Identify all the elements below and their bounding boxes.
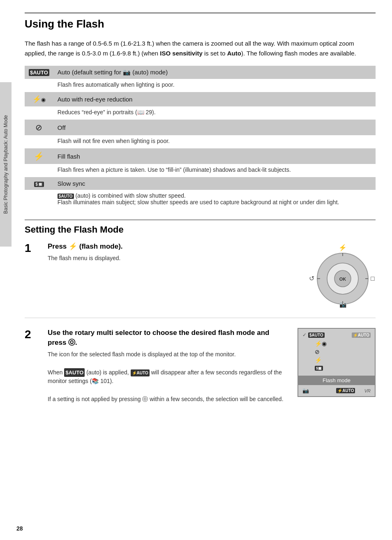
flash-menu-mockup: ✓ $AUTO ⚡AUTO ⚡◉ ⊘ [297, 328, 376, 397]
flash-mode-fill-header: ⚡ Fill flash [25, 148, 376, 164]
slow-flash-label: Slow sync [53, 177, 376, 190]
menu-item-fill: ⚡ [302, 356, 371, 364]
step1-content: Press ⚡ (flash mode). The flash menu is … [48, 242, 285, 265]
step2-title: Use the rotary multi selector to choose … [48, 328, 289, 348]
svg-text:↺: ↺ [309, 275, 314, 282]
step2-image: ✓ $AUTO ⚡AUTO ⚡◉ ⊘ [297, 328, 376, 397]
flash-mode-auto-header: $AUTO Auto (default setting for 📷 (auto)… [25, 66, 376, 79]
step1-image: OK ⚡ 📷 ↺ ☐ [293, 242, 376, 309]
flash-menu-bottom: 📷 ⚡AUTO VR [298, 385, 375, 396]
section2-title: Setting the Flash Mode [25, 219, 376, 235]
menu-item-redeye: ⚡◉ [302, 339, 371, 348]
flash-menu-label: Flash mode [298, 376, 375, 385]
intro-paragraph: The flash has a range of 0.5-6.5 m (1.6-… [25, 39, 376, 58]
flash-mode-off-desc: Flash will not fire even when lighting i… [25, 135, 376, 148]
step1-container: 1 Press ⚡ (flash mode). The flash menu i… [25, 242, 376, 318]
flash-mode-auto-desc: Flash fires automatically when lighting … [25, 79, 376, 92]
step2-number: 2 [25, 329, 39, 340]
sidebar-label: Basic Photography and Playback: Auto Mod… [0, 82, 12, 247]
flash-mode-slow-desc: $AUTO (auto) is combined with slow shutt… [25, 190, 376, 210]
slow-flash-icon: $🔲 [25, 177, 53, 190]
off-flash-desc: Flash will not fire even when lighting i… [53, 135, 376, 148]
svg-text:OK: OK [339, 277, 346, 282]
step1-title: Press ⚡ (flash mode). [48, 242, 285, 252]
fill-flash-desc: Flash fires when a picture is taken. Use… [53, 164, 376, 177]
auto-flash-desc: Flash fires automatically when lighting … [53, 79, 376, 92]
auto-flash-icon: $AUTO [25, 66, 53, 79]
flash-mode-fill-desc: Flash fires when a picture is taken. Use… [25, 164, 376, 177]
redeye-flash-label: Auto with red-eye reduction [53, 92, 376, 106]
svg-text:☐: ☐ [370, 276, 375, 282]
step2-desc3: If a setting is not applied by pressing … [48, 395, 289, 404]
flash-mode-slow-header: $🔲 Slow sync [25, 177, 376, 190]
step1-number: 1 [25, 242, 39, 254]
off-flash-label: Off [53, 120, 376, 135]
fill-flash-icon: ⚡ [25, 148, 53, 164]
page-number: 28 [16, 525, 23, 532]
step2-content: Use the rotary multi selector to choose … [48, 328, 289, 406]
off-flash-icon: ⊘ [25, 120, 53, 135]
menu-item-slow: $▣ [302, 364, 371, 372]
auto-flash-label: Auto (default setting for 📷 (auto) mode) [53, 66, 376, 79]
menu-item-off: ⊘ [302, 348, 371, 356]
flash-mode-redeye-desc: Reduces “red-eye” in portraits (📖 29). [25, 106, 376, 120]
step2-desc2: When $AUTO (auto) is applied, ⚡AUTO will… [48, 368, 289, 386]
camera-dial-svg: OK ⚡ 📷 ↺ ☐ [293, 242, 376, 309]
flash-modes-table: $AUTO Auto (default setting for 📷 (auto)… [25, 66, 376, 210]
fill-flash-label: Fill flash [53, 148, 376, 164]
camera-mode-icon: 📷 [302, 388, 309, 394]
redeye-flash-icon: ⚡◉ [25, 92, 53, 106]
slow-flash-desc: $AUTO (auto) is combined with slow shutt… [53, 190, 376, 210]
step1-desc: The flash menu is displayed. [48, 254, 285, 263]
page-title-section: Using the Flash [25, 12, 376, 30]
redeye-flash-desc: Reduces “red-eye” in portraits (📖 29). [53, 106, 376, 120]
step2-desc1: The icon for the selected flash mode is … [48, 350, 289, 359]
step2-container: 2 Use the rotary multi selector to choos… [25, 328, 376, 406]
flash-menu-top: ✓ $AUTO ⚡AUTO ⚡◉ ⊘ [298, 329, 375, 376]
svg-text:⚡: ⚡ [339, 244, 347, 252]
flash-mode-off-header: ⊘ Off [25, 120, 376, 135]
page-title: Using the Flash [25, 18, 376, 30]
flash-mode-redeye-header: ⚡◉ Auto with red-eye reduction [25, 92, 376, 106]
